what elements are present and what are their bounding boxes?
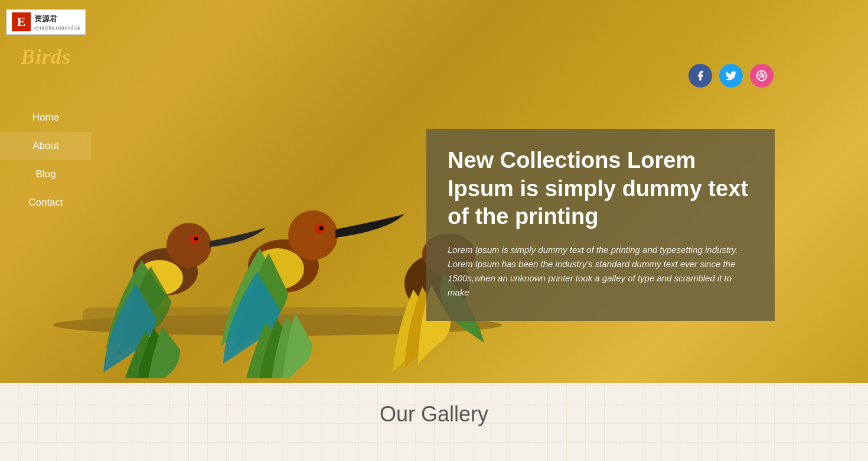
nav-item-home[interactable]: Home bbox=[0, 103, 92, 132]
facebook-icon[interactable] bbox=[688, 64, 712, 87]
svg-point-10 bbox=[319, 226, 324, 230]
watermark-text: 资源君 eyunzhu.com/vdisk bbox=[34, 14, 80, 31]
watermark: E 资源君 eyunzhu.com/vdisk bbox=[6, 9, 86, 35]
social-icons bbox=[688, 64, 774, 87]
site-logo[interactable]: Birds bbox=[0, 44, 92, 69]
svg-point-3 bbox=[167, 223, 211, 268]
gallery-title: Our Gallery bbox=[380, 402, 488, 427]
watermark-url: eyunzhu.com/vdisk bbox=[34, 24, 80, 31]
nav-item-about[interactable]: About bbox=[0, 132, 92, 160]
hero-title: New Collections Lorem Ipsum is simply du… bbox=[448, 147, 753, 231]
hero-description: Lorem Ipsum is simply dummy text of the … bbox=[448, 243, 753, 300]
hero-card: New Collections Lorem Ipsum is simply du… bbox=[426, 129, 775, 321]
watermark-brand: 资源君 bbox=[34, 14, 80, 24]
dribbble-icon[interactable] bbox=[750, 64, 774, 87]
hero-section: E 资源君 eyunzhu.com/vdisk Birds Home About… bbox=[0, 0, 868, 383]
logo-text: Birds bbox=[21, 44, 71, 69]
svg-point-5 bbox=[194, 237, 198, 241]
twitter-icon[interactable] bbox=[719, 64, 743, 87]
gallery-section: Our Gallery bbox=[0, 383, 868, 461]
nav-item-blog[interactable]: Blog bbox=[0, 160, 92, 189]
watermark-letter: E bbox=[12, 12, 31, 31]
svg-point-8 bbox=[288, 210, 338, 260]
nav-menu: Home About Blog Contact bbox=[0, 103, 92, 217]
nav-item-contact[interactable]: Contact bbox=[0, 189, 92, 217]
